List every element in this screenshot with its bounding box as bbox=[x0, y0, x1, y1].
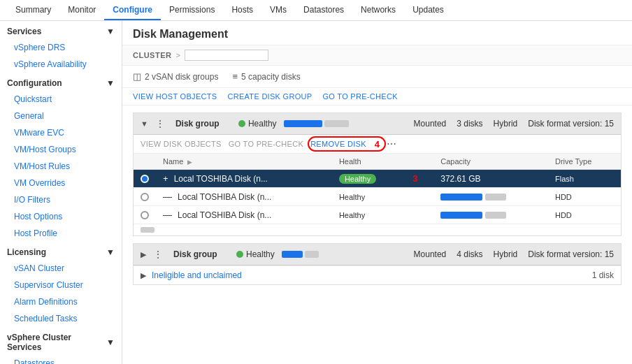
dg1-status: Healthy bbox=[238, 119, 277, 129]
tab-permissions[interactable]: Permissions bbox=[161, 0, 223, 20]
more-options-icon[interactable]: ⋯ bbox=[387, 138, 396, 150]
row2-health-badge: Healthy bbox=[339, 193, 365, 201]
sidebar-section-services-label: Services bbox=[7, 27, 41, 36]
chevron-down-icon: ▼ bbox=[106, 27, 115, 36]
ineligible-label: Ineligible and unclaimed bbox=[152, 270, 242, 280]
page-title: Disk Management bbox=[122, 21, 632, 45]
row2-select bbox=[134, 188, 156, 206]
row1-drive-type: Flash bbox=[548, 170, 621, 188]
table-row[interactable]: — Local TOSHIBA Disk (n... Healthy bbox=[134, 206, 621, 224]
dg2-type: Hybrid bbox=[494, 249, 518, 259]
dg1-format: Disk format version: 15 bbox=[528, 119, 614, 129]
sidebar-item-vmhost-groups[interactable]: VM/Host Groups bbox=[0, 141, 122, 158]
sidebar-item-vmware-evc[interactable]: VMware EVC bbox=[0, 124, 122, 141]
tab-configure[interactable]: Configure bbox=[104, 0, 161, 20]
col-capacity: Capacity bbox=[433, 154, 548, 170]
sidebar-section-configuration-label: Configuration bbox=[7, 78, 62, 88]
table-row[interactable]: + Local TOSHIBA Disk (n... Healthy 3 372… bbox=[134, 170, 621, 188]
tab-hosts[interactable]: Hosts bbox=[223, 0, 261, 20]
radio-unselected-icon2 bbox=[141, 211, 149, 219]
dg1-chevron-icon[interactable]: ▼ bbox=[141, 119, 148, 128]
sidebar-item-io-filters[interactable]: I/O Filters bbox=[0, 191, 122, 208]
radio-selected-icon bbox=[141, 175, 149, 183]
sidebar-section-licensing-label: Licensing bbox=[7, 247, 46, 257]
horizontal-scrollbar[interactable] bbox=[141, 227, 155, 233]
sidebar-section-vcs-label: vSphere Cluster Services bbox=[7, 333, 106, 352]
sidebar-item-vsan-cluster[interactable]: vSAN Cluster bbox=[0, 260, 122, 277]
sidebar-item-vm-overrides[interactable]: VM Overrides bbox=[0, 175, 122, 191]
tab-datastores[interactable]: Datastores bbox=[295, 0, 352, 20]
tab-networks[interactable]: Networks bbox=[352, 0, 404, 20]
row3-name: — Local TOSHIBA Disk (n... bbox=[156, 206, 332, 224]
sidebar-item-host-profile[interactable]: Host Profile bbox=[0, 225, 122, 242]
tab-vms[interactable]: VMs bbox=[261, 0, 295, 20]
dg1-status-dot bbox=[238, 120, 245, 127]
dg2-drag-handle-icon: ⋮ bbox=[153, 249, 163, 260]
sidebar-item-vsphere-availability[interactable]: vSphere Availability bbox=[0, 56, 122, 73]
dg1-mounted: Mounted bbox=[414, 119, 447, 129]
annotation-3: 3 bbox=[412, 173, 417, 184]
sidebar-item-datastores[interactable]: Datastores bbox=[0, 355, 122, 364]
chevron-down-icon3: ▼ bbox=[106, 247, 115, 257]
scroll-indicator-row bbox=[134, 224, 621, 235]
table-row[interactable]: — Local TOSHIBA Disk (n... Healthy bbox=[134, 188, 621, 206]
disk-groups-info: ◫ 2 vSAN disk groups bbox=[133, 71, 218, 82]
ineligible-row[interactable]: ▶ Ineligible and unclaimed 1 disk bbox=[134, 265, 621, 284]
disk-group-2: ▶ ⋮ Disk group Healthy Mounted 4 disks H… bbox=[133, 243, 622, 285]
breadcrumb-arrow-icon: > bbox=[175, 51, 180, 59]
sidebar-section-services[interactable]: Services ▼ bbox=[0, 21, 122, 39]
view-disk-objects-link[interactable]: VIEW DISK OBJECTS bbox=[141, 140, 222, 148]
view-host-objects-link[interactable]: VIEW HOST OBJECTS bbox=[133, 92, 217, 101]
dg2-format: Disk format version: 15 bbox=[528, 249, 614, 259]
tab-summary[interactable]: Summary bbox=[7, 0, 59, 20]
row3-health: Healthy bbox=[332, 206, 405, 224]
sidebar-item-host-options[interactable]: Host Options bbox=[0, 208, 122, 225]
row2-health: Healthy bbox=[332, 188, 405, 206]
cap-bar-free2 bbox=[485, 212, 506, 219]
sidebar-section-licensing[interactable]: Licensing ▼ bbox=[0, 242, 122, 260]
breadcrumb: CLUSTER > bbox=[122, 45, 632, 66]
sidebar-item-vmhost-rules[interactable]: VM/Host Rules bbox=[0, 158, 122, 175]
go-to-pre-check-link2[interactable]: GO TO PRE-CHECK bbox=[229, 140, 303, 148]
dg2-usage-bar bbox=[282, 251, 319, 258]
dg2-chevron-icon[interactable]: ▶ bbox=[141, 250, 146, 259]
tab-monitor[interactable]: Monitor bbox=[59, 0, 104, 20]
capacity-disks-count: 5 capacity disks bbox=[241, 72, 301, 82]
create-disk-group-link[interactable]: CREATE DISK GROUP bbox=[227, 92, 312, 101]
row1-spacer: 3 bbox=[405, 170, 433, 188]
dg2-bar-free bbox=[305, 251, 319, 258]
annotation-4: 4 bbox=[375, 139, 380, 150]
remove-disk-link[interactable]: REMOVE DISK bbox=[310, 140, 366, 148]
row3-health-badge: Healthy bbox=[339, 211, 365, 219]
dg1-status-text: Healthy bbox=[248, 119, 277, 129]
dg1-usage-bar bbox=[284, 120, 349, 127]
dg1-label: Disk group bbox=[175, 119, 231, 129]
cap-bar-free bbox=[485, 194, 506, 201]
dg2-label: Disk group bbox=[173, 249, 229, 259]
row3-spacer bbox=[405, 206, 433, 224]
sidebar-item-quickstart[interactable]: Quickstart bbox=[0, 91, 122, 108]
dg2-status-dot bbox=[236, 251, 243, 258]
sidebar-item-vsphere-drs[interactable]: vSphere DRS bbox=[0, 39, 122, 56]
sidebar-item-supervisor-cluster[interactable]: Supervisor Cluster bbox=[0, 277, 122, 293]
row1-select bbox=[134, 170, 156, 188]
dg2-status: Healthy bbox=[236, 249, 275, 259]
sidebar-item-general[interactable]: General bbox=[0, 108, 122, 124]
tab-updates[interactable]: Updates bbox=[404, 0, 452, 20]
sidebar-section-configuration[interactable]: Configuration ▼ bbox=[0, 73, 122, 91]
sidebar: Services ▼ vSphere DRS vSphere Availabil… bbox=[0, 21, 122, 364]
chevron-down-icon4: ▼ bbox=[106, 337, 115, 347]
go-to-pre-check-link[interactable]: GO TO PRE-CHECK bbox=[322, 92, 397, 101]
row3-capacity bbox=[433, 206, 548, 224]
dg1-sub-action-bar: VIEW DISK OBJECTS GO TO PRE-CHECK REMOVE… bbox=[134, 135, 621, 154]
cluster-dropdown[interactable] bbox=[185, 50, 268, 61]
dg2-mounted: Mounted bbox=[414, 249, 447, 259]
row3-name-text: Local TOSHIBA Disk (n... bbox=[178, 210, 271, 220]
dg2-meta: Mounted 4 disks Hybrid Disk format versi… bbox=[414, 249, 614, 259]
sidebar-section-vsphere-cluster-services[interactable]: vSphere Cluster Services ▼ bbox=[0, 327, 122, 355]
row2-capacity-bar bbox=[440, 194, 541, 201]
sidebar-item-scheduled-tasks[interactable]: Scheduled Tasks bbox=[0, 310, 122, 327]
row1-capacity: 372.61 GB bbox=[433, 170, 548, 188]
sidebar-item-alarm-definitions[interactable]: Alarm Definitions bbox=[0, 293, 122, 310]
dg1-meta: Mounted 3 disks Hybrid Disk format versi… bbox=[414, 119, 614, 129]
